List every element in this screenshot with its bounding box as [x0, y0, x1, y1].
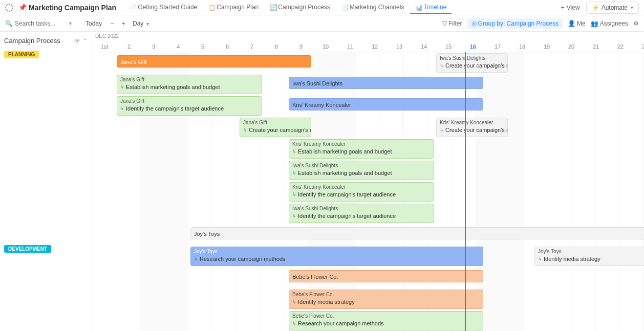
timeline-bar[interactable]: Jana's Gift: [117, 55, 311, 68]
tab-timeline[interactable]: 📊Timeline: [410, 2, 452, 14]
chevron-down-icon: ▾: [631, 5, 633, 10]
filter-button[interactable]: ▽ Filter: [442, 20, 462, 27]
timeline-bar[interactable]: Joy's Toys: [190, 227, 644, 239]
assignees-button[interactable]: 👥 Assignees: [591, 20, 628, 27]
search-box[interactable]: 🔍 ▾: [5, 20, 72, 27]
timeline-bar[interactable]: Jana's Gift↳Establish marketing goals an…: [117, 75, 262, 94]
timeline-day[interactable]: 11: [338, 43, 362, 52]
prev-button[interactable]: −: [108, 20, 116, 27]
subtask-icon: ↳: [292, 299, 296, 304]
bar-task: ↳Establish marketing goals and budget: [292, 148, 431, 155]
timeline-day[interactable]: 12: [362, 43, 387, 52]
subtask-icon: ↳: [292, 170, 296, 175]
timeline-day[interactable]: 10: [313, 43, 338, 52]
timeline-day[interactable]: 14: [412, 43, 436, 52]
collapse-icon[interactable]: ⌃: [82, 37, 88, 45]
me-button[interactable]: 👤 Me: [568, 20, 586, 27]
stage-block-planning: PLANNING: [4, 51, 88, 245]
timeline-bar[interactable]: Bebe's Flower Co.↳Identify media strateg…: [289, 290, 483, 309]
tab-getting-started-guide[interactable]: 📄Getting Started Guide: [124, 2, 202, 14]
tab-icon: 🔄: [270, 4, 276, 10]
subtask-icon: ↳: [120, 84, 124, 90]
add-view-button[interactable]: + View: [557, 2, 584, 13]
timeline-bar[interactable]: Iwa's Sushi Delights↳Establish marketing…: [289, 161, 434, 180]
bar-task: ↳Identify media strategy: [538, 256, 644, 262]
subtask-icon: ↳: [292, 192, 296, 197]
timeline-day[interactable]: 20: [559, 43, 584, 52]
timeline-day[interactable]: 2: [117, 43, 141, 52]
page-title[interactable]: 📌 Marketing Campaign Plan: [18, 4, 116, 12]
assignees-label: Assignees: [600, 20, 628, 27]
bar-task: ↳Establish marketing goals and budget: [292, 170, 431, 176]
bar-project: Kris' Kreamy Koncealer: [292, 141, 431, 147]
eye-icon[interactable]: 👁: [74, 37, 80, 45]
timeline-bar[interactable]: Joy's Toys↳Research your campaign method…: [190, 247, 483, 266]
bar-task: ↳Create your campaign's m…: [440, 127, 504, 133]
timeline-day[interactable]: 6: [215, 43, 240, 52]
timeline-bar[interactable]: Kris' Kreamy Koncealer↳Identify the camp…: [289, 182, 434, 202]
tab-label: Marketing Channels: [350, 4, 404, 11]
chevron-down-icon: ▾: [146, 21, 149, 27]
next-button[interactable]: +: [119, 20, 127, 27]
timeline-day[interactable]: 22: [608, 43, 633, 52]
stage-label[interactable]: PLANNING: [4, 51, 39, 58]
timeline-month: DEC 2022: [92, 32, 644, 40]
automate-button[interactable]: ⚡ Automate ▾: [586, 2, 639, 14]
timeline-day[interactable]: 8: [264, 43, 289, 52]
bar-task: ↳Identify the campaign's target audience: [292, 191, 431, 197]
timeline-bar[interactable]: Bebe's Flower Co.↳Research your campaign…: [289, 311, 483, 330]
tab-campaign-process[interactable]: 🔄Campaign Process: [265, 2, 335, 14]
tab-campaign-plan[interactable]: 📋Campaign Plan: [203, 2, 264, 14]
timeline-day[interactable]: 15: [436, 43, 461, 52]
timeline-day[interactable]: 1st: [92, 43, 117, 52]
app-icon[interactable]: [5, 4, 13, 12]
timeline-day[interactable]: 19: [534, 43, 559, 52]
stage-label[interactable]: DEVELOPMENT: [4, 245, 51, 253]
search-icon: 🔍: [5, 20, 13, 27]
group-label: Group by: Campaign Process: [478, 20, 559, 27]
gear-icon: ⚙: [633, 20, 639, 27]
timeline-day[interactable]: 4: [166, 43, 190, 52]
timeline-day[interactable]: 21: [584, 43, 608, 52]
person-icon: 👤: [568, 20, 575, 27]
timeline-bar[interactable]: Jana's Gift↳Create your campaign's m…: [240, 118, 311, 137]
timeline-day[interactable]: 5: [190, 43, 215, 52]
timeline-bar[interactable]: Iwa's Sushi Delights↳Identify the campai…: [289, 204, 434, 223]
timeline-day[interactable]: 18: [510, 43, 534, 52]
timeline-bar[interactable]: Joy's Toys↳Identify media strategy: [534, 247, 644, 266]
tabs: 📄Getting Started Guide📋Campaign Plan🔄Cam…: [124, 2, 555, 14]
timeline-bar[interactable]: Iwa's Sushi Delights: [289, 77, 483, 89]
timeline-bar[interactable]: Kris' Kreamy Koncealer↳Create your campa…: [436, 118, 508, 137]
tab-icon: 📄: [130, 4, 136, 10]
timeline-day[interactable]: 16: [461, 43, 485, 52]
bar-project: Kris' Kreamy Koncealer: [292, 184, 431, 190]
timeline-body[interactable]: Jana's GiftIwa's Sushi Delights↳Create y…: [92, 52, 644, 331]
bar-task: ↳Identify the campaign's target audience: [292, 213, 431, 219]
timeline-bar[interactable]: Kris' Kreamy Koncealer: [289, 98, 483, 111]
tab-icon: 📊: [415, 4, 421, 10]
group-by-button[interactable]: ◎ Group by: Campaign Process: [467, 18, 563, 29]
today-line: [465, 52, 466, 331]
today-button[interactable]: Today: [82, 19, 105, 28]
scale-selector[interactable]: Day ▾: [131, 19, 151, 28]
toolbar: 🔍 ▾ Today − + Day ▾ ▽ Filter ◎ Group by:…: [0, 15, 644, 32]
bar-task: ↳Establish marketing goals and budget: [120, 84, 259, 90]
timeline-day[interactable]: 23: [633, 43, 644, 52]
bar-task: Iwa's Sushi Delights: [292, 80, 342, 86]
timeline-day[interactable]: 17: [485, 43, 510, 52]
timeline-day[interactable]: 3: [141, 43, 166, 52]
timeline-day[interactable]: 13: [387, 43, 412, 52]
timeline-day[interactable]: 7: [240, 43, 264, 52]
bar-task: ↳Identify the campaign's target audience: [120, 105, 259, 112]
timeline-bar[interactable]: Bebe's Flower Co.: [289, 270, 483, 282]
bar-project: Jana's Gift: [120, 77, 259, 83]
sidebar: Campaign Process 👁 ⌃ PLANNINGDEVELOPMENT…: [0, 32, 92, 331]
search-input[interactable]: [15, 20, 66, 27]
timeline-day[interactable]: 9: [289, 43, 313, 52]
timeline-bar[interactable]: Kris' Kreamy Koncealer↳Establish marketi…: [289, 139, 434, 159]
tab-marketing-channels[interactable]: 📑Marketing Channels: [336, 2, 410, 14]
settings-button[interactable]: ⚙: [633, 20, 639, 27]
chevron-down-icon[interactable]: ▾: [69, 20, 72, 26]
timeline-bar[interactable]: Iwa's Sushi Delights↳Create your campaig…: [436, 53, 508, 73]
timeline-bar[interactable]: Jana's Gift↳Identify the campaign's targ…: [117, 96, 262, 116]
